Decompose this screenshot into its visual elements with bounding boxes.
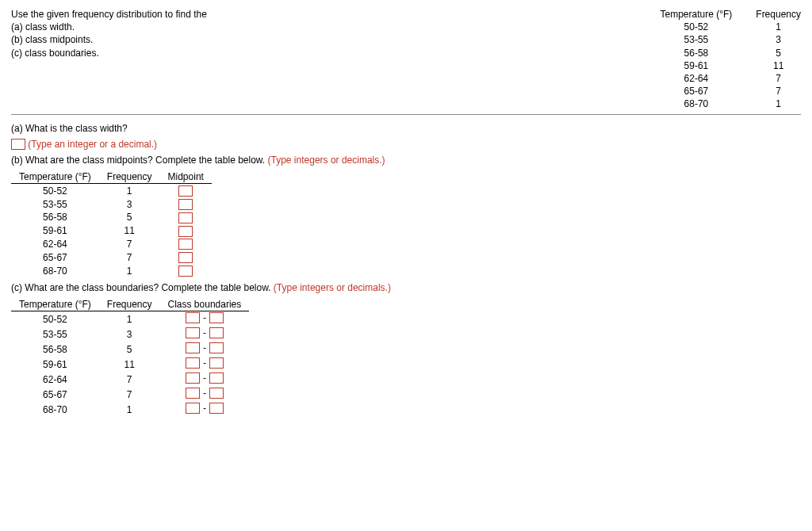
midpoint-table: Temperature (°F) Frequency Midpoint 50-5… [11,170,212,277]
header-freq-c: Frequency [99,298,160,311]
table-row: 62-647- [11,372,249,387]
question-b: (b) What are the class midpoints? Comple… [11,155,265,166]
reference-table: Temperature (°F) 50-52 53-55 56-58 59-61… [660,8,801,111]
table-row: 53-553- [11,327,249,342]
boundary-upper-3[interactable] [209,357,224,369]
boundary-upper-5[interactable] [209,388,224,399]
table-row: 68-701 [11,264,212,277]
ref-temp-2: 56-58 [660,47,732,59]
ref-freq-0: 1 [756,21,801,33]
question-c-row: (c) What are the class boundaries? Compl… [11,282,801,293]
boundary-upper-1[interactable] [209,327,224,338]
table-row: 65-677- [11,387,249,402]
table-row: 50-521- [11,311,249,327]
ref-temp-5: 65-67 [660,85,732,97]
header-temp-c: Temperature (°F) [11,298,99,311]
question-b-row: (b) What are the class midpoints? Comple… [11,155,801,166]
table-row: 65-677 [11,250,212,264]
ref-freq-6: 1 [756,97,801,110]
boundary-lower-3[interactable] [186,357,200,369]
ref-temp-4: 62-64 [660,72,732,85]
ref-temp-col: Temperature (°F) 50-52 53-55 56-58 59-61… [660,8,732,111]
midpoint-input-5[interactable] [178,252,193,263]
table-header-row: Temperature (°F) Frequency Midpoint [11,170,212,184]
table-row: 62-647 [11,238,212,251]
midpoint-input-2[interactable] [178,212,193,223]
boundary-lower-4[interactable] [186,372,200,384]
table-row: 56-585- [11,342,249,357]
ref-freq-2: 5 [756,47,801,59]
table-row: 50-521 [11,184,212,197]
table-row: 68-701- [11,402,249,417]
prompt-c: (c) class boundaries. [11,47,207,59]
question-a: (a) What is the class width? [11,123,801,134]
prompt-intro: Use the given frequency distribution to … [11,8,207,21]
ref-temp-1: 53-55 [660,33,732,46]
table-row: 59-6111- [11,357,249,372]
instr-c: (Type integers or decimals.) [274,282,391,293]
table-row: 59-6111 [11,224,212,238]
ref-temp-header: Temperature (°F) [660,8,732,21]
answer-a-row: (Type an integer or a decimal.) [11,139,801,151]
top-section: Use the given frequency distribution to … [11,8,801,115]
ref-freq-4: 7 [756,72,801,85]
header-mid-b: Midpoint [160,170,212,184]
midpoint-input-4[interactable] [178,239,193,250]
boundary-upper-4[interactable] [209,372,224,384]
question-c: (c) What are the class boundaries? Compl… [11,282,271,293]
boundary-lower-2[interactable] [186,342,200,353]
boundary-upper-0[interactable] [209,312,224,323]
midpoint-input-1[interactable] [178,199,193,210]
ref-freq-1: 3 [756,33,801,46]
header-freq-b: Frequency [99,170,160,184]
prompt-a: (a) class width. [11,21,207,33]
header-temp-b: Temperature (°F) [11,170,99,184]
ref-freq-header: Frequency [756,8,801,21]
midpoint-input-6[interactable] [178,266,193,277]
instr-b: (Type integers or decimals.) [268,155,385,166]
midpoint-input-3[interactable] [178,226,193,237]
ref-temp-3: 59-61 [660,59,732,72]
boundary-lower-6[interactable] [186,403,200,414]
table-header-row: Temperature (°F) Frequency Class boundar… [11,298,249,311]
class-width-input[interactable] [11,139,25,150]
boundary-lower-0[interactable] [186,312,200,323]
ref-freq-5: 7 [756,85,801,97]
ref-temp-0: 50-52 [660,21,732,33]
table-row: 53-553 [11,197,212,211]
ref-temp-6: 68-70 [660,97,732,110]
boundary-table: Temperature (°F) Frequency Class boundar… [11,298,249,417]
instr-a: (Type an integer or a decimal.) [28,139,157,150]
boundary-lower-1[interactable] [186,327,200,338]
boundary-upper-6[interactable] [209,403,224,414]
boundary-lower-5[interactable] [186,388,200,399]
table-row: 56-585 [11,211,212,224]
header-bnd-c: Class boundaries [160,298,250,311]
prompt-b: (b) class midpoints. [11,33,207,46]
boundary-upper-2[interactable] [209,342,224,353]
midpoint-input-0[interactable] [178,185,193,197]
ref-freq-3: 11 [756,59,801,72]
ref-freq-col: Frequency 1 3 5 11 7 7 1 [756,8,801,111]
prompt-text: Use the given frequency distribution to … [11,8,207,111]
